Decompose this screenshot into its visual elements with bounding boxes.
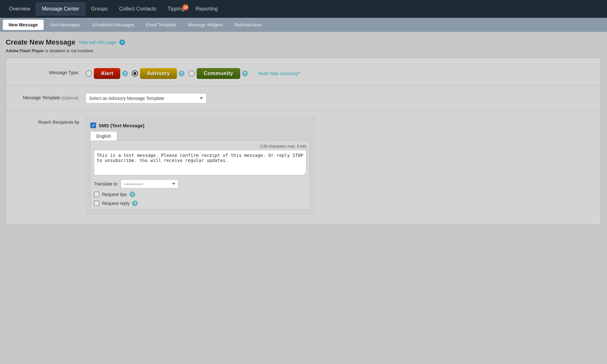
recipients-content: SMS (Text Message) English (138 characte… <box>86 118 591 214</box>
form-container: Message Type: Alert ? Advisory ? <box>6 58 601 225</box>
page-title: Create New Message <box>6 38 75 46</box>
sub-navigation: New Message Sent Messages Scheduled Mess… <box>0 18 607 32</box>
message-type-label: Message Type: <box>16 68 86 75</box>
translate-label: Translate to: <box>94 181 118 186</box>
char-counter: (138 characters max, 9 left) <box>94 144 306 149</box>
community-help-icon[interactable]: ? <box>242 71 248 76</box>
subnav-email-template[interactable]: Email Template <box>140 20 182 30</box>
page-title-row: Create New Message Help with this page ? <box>6 38 601 46</box>
type-option-alert[interactable]: Alert ? <box>86 68 128 79</box>
subnav-new-message[interactable]: New Message <box>3 19 44 30</box>
request-tips-label: Request tips <box>102 192 127 197</box>
nav-collect-contacts[interactable]: Collect Contacts <box>114 3 162 15</box>
request-tips-help-icon[interactable]: ? <box>129 192 135 197</box>
template-optional-label: (Optional): <box>61 96 79 100</box>
translate-select[interactable]: ------------- <box>121 179 178 188</box>
request-reply-checkbox[interactable] <box>94 200 100 206</box>
request-tips-checkbox[interactable] <box>94 192 100 197</box>
alert-button[interactable]: Alert <box>94 68 120 79</box>
type-option-community[interactable]: Community ? <box>188 68 248 79</box>
type-option-advisory[interactable]: Advisory ? <box>132 68 185 79</box>
advisory-help-icon[interactable]: ? <box>179 71 185 76</box>
template-select-container: Select an Advisory Message Template <box>86 93 591 103</box>
nav-groups[interactable]: Groups <box>85 3 113 15</box>
message-template-row: Message Template (Optional): Select an A… <box>6 89 601 107</box>
nav-overview[interactable]: Overview <box>3 3 36 15</box>
subnav-scheduled-messages[interactable]: Scheduled Messages <box>86 20 140 30</box>
radio-alert[interactable] <box>86 70 92 77</box>
nav-tipping[interactable]: Tipping 19 <box>162 3 190 15</box>
message-type-row: Message Type: Alert ? Advisory ? <box>6 64 601 83</box>
reach-recipients-label: Reach Recipients by <box>16 118 86 125</box>
request-tips-row: Request tips ? <box>94 192 306 197</box>
radio-community[interactable] <box>188 70 195 77</box>
alert-help-icon[interactable]: ? <box>122 71 128 76</box>
nav-message-center[interactable]: Message Center <box>36 3 85 15</box>
sms-header: SMS (Text Message) <box>90 122 310 128</box>
radio-advisory[interactable] <box>132 70 138 77</box>
language-tab-english[interactable]: English <box>90 131 117 141</box>
subnav-message-widgets[interactable]: Message Widgets <box>182 20 229 30</box>
recipients-box: SMS (Text Message) English (138 characte… <box>86 118 315 214</box>
tipping-badge: 19 <box>182 4 189 10</box>
request-reply-row: Request reply ? <box>94 200 306 206</box>
message-type-options: Alert ? Advisory ? Community ? <box>86 68 591 79</box>
community-button[interactable]: Community <box>197 68 240 79</box>
sms-label: SMS (Text Message) <box>99 123 144 128</box>
main-content: Create New Message Help with this page ?… <box>0 32 607 231</box>
flash-warning: Adobe Flash Player is disabled or not in… <box>6 48 601 53</box>
help-choosing-link[interactable]: Need help choosing? <box>258 71 300 76</box>
message-template-label: Message Template (Optional): <box>16 93 86 100</box>
subnav-sent-messages[interactable]: Sent Messages <box>44 20 86 30</box>
message-textarea[interactable] <box>94 150 306 175</box>
help-link[interactable]: Help with this page <box>79 40 116 45</box>
top-navigation: Overview Message Center Groups Collect C… <box>0 0 607 18</box>
sms-checkbox[interactable] <box>90 122 96 128</box>
reach-recipients-row: Reach Recipients by SMS (Text Message) E… <box>6 114 601 218</box>
request-reply-help-icon[interactable]: ? <box>132 200 138 206</box>
message-type-content: Alert ? Advisory ? Community ? <box>86 68 591 79</box>
help-icon[interactable]: ? <box>119 39 125 45</box>
nav-reporting[interactable]: Reporting <box>190 3 223 15</box>
translate-row: Translate to: ------------- <box>94 179 306 188</box>
template-select[interactable]: Select an Advisory Message Template <box>86 93 206 103</box>
request-reply-label: Request reply <box>102 201 129 206</box>
textarea-section: (138 characters max, 9 left) Translate t… <box>90 141 310 210</box>
advisory-button[interactable]: Advisory <box>140 68 177 79</box>
subnav-rebroadcasts[interactable]: Rebroadcasts <box>229 20 268 30</box>
